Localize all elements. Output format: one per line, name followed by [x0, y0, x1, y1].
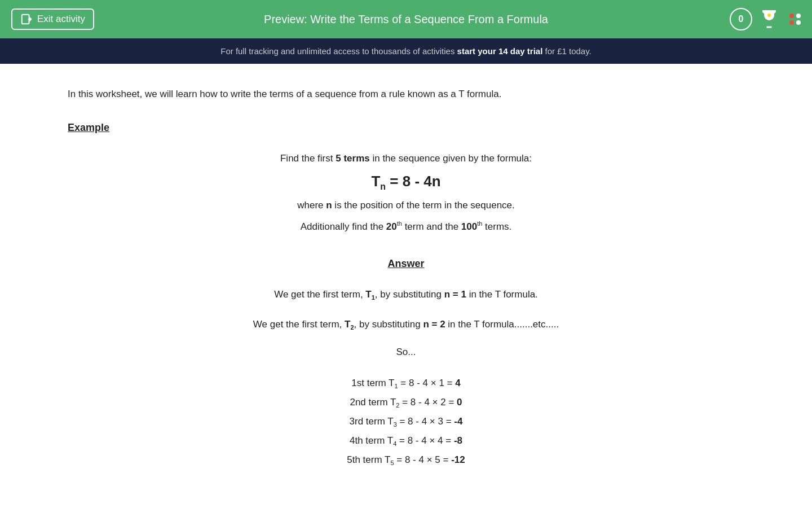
header-right: 0	[730, 8, 801, 30]
formula-display: Tn = 8 - 4n	[68, 173, 744, 192]
main-content: In this worksheet, we will learn how to …	[0, 64, 812, 492]
answer-para-1: We get the first term, T1, by substituti…	[68, 287, 744, 303]
term-row: 4th term T4 = 8 - 4 × 4 = -8	[68, 431, 744, 450]
term-row: 2nd term T2 = 8 - 4 × 2 = 0	[68, 393, 744, 412]
exit-label: Exit activity	[37, 14, 85, 25]
score-badge: 0	[730, 8, 752, 30]
additionally-line: Additionally find the 20th term and the …	[68, 218, 744, 235]
example-body: Find the first 5 terms in the sequence g…	[68, 151, 744, 235]
term-row: 3rd term T3 = 8 - 4 × 3 = -4	[68, 412, 744, 431]
dot-green-2	[796, 20, 801, 25]
promo-banner: For full tracking and unlimited access t…	[0, 38, 812, 64]
term-row: 1st term T1 = 8 - 4 × 1 = 4	[68, 374, 744, 393]
terms-list: 1st term T1 = 8 - 4 × 1 = 42nd term T2 =…	[68, 374, 744, 470]
exit-button[interactable]: Exit activity	[11, 8, 94, 30]
trophy-icon	[759, 8, 779, 29]
dot-red	[789, 14, 794, 18]
exit-icon	[20, 13, 33, 25]
dot-red-2	[789, 20, 794, 25]
example-find-line: Find the first 5 terms in the sequence g…	[68, 151, 744, 167]
example-heading: Example	[68, 122, 744, 134]
answer-para-2: We get the first term, T2, by substituti…	[68, 317, 744, 333]
menu-icon[interactable]	[789, 14, 801, 25]
trophy-button[interactable]	[759, 8, 779, 30]
term-row: 5th term T5 = 8 - 4 × 5 = -12	[68, 450, 744, 470]
header: Exit activity Preview: Write the Terms o…	[0, 0, 812, 38]
banner-cta: start your 14 day trial	[457, 46, 543, 56]
answer-heading: Answer	[68, 258, 744, 270]
dot-green-1	[796, 14, 801, 18]
intro-text: In this worksheet, we will learn how to …	[68, 86, 744, 102]
banner-text-after: for £1 today.	[542, 46, 591, 56]
header-title: Preview: Write the Terms of a Sequence F…	[264, 13, 548, 26]
banner-text-before: For full tracking and unlimited access t…	[220, 46, 457, 56]
svg-point-1	[767, 14, 771, 17]
where-line: where n is the position of the term in t…	[68, 198, 744, 214]
so-line: So...	[68, 347, 744, 358]
